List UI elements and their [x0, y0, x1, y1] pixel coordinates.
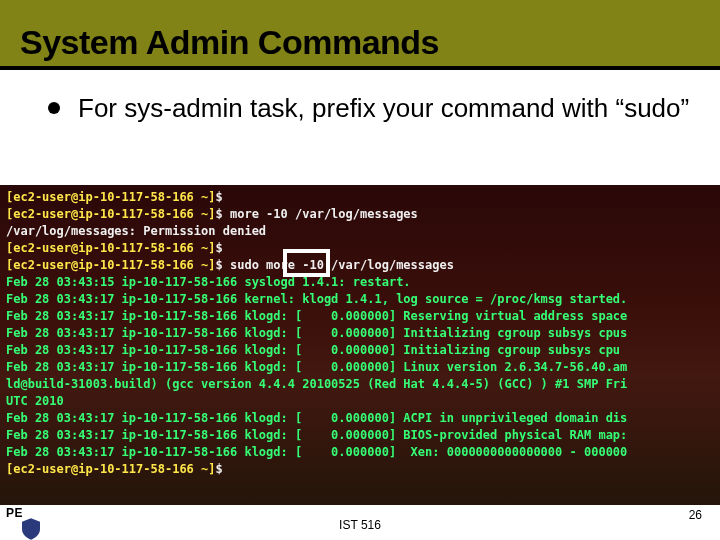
terminal-line: Feb 28 03:43:17 ip-10-117-58-166 klogd: …: [6, 410, 714, 427]
terminal-line: ld@build-31003.build) (gcc version 4.4.4…: [6, 376, 714, 393]
terminal-line: [ec2-user@ip-10-117-58-166 ~]$: [6, 240, 714, 257]
shield-icon: [22, 518, 40, 540]
terminal-line: Feb 28 03:43:17 ip-10-117-58-166 klogd: …: [6, 308, 714, 325]
terminal-line: Feb 28 03:43:17 ip-10-117-58-166 klogd: …: [6, 359, 714, 376]
slide-title: System Admin Commands: [20, 23, 439, 62]
terminal-line: Feb 28 03:43:15 ip-10-117-58-166 syslogd…: [6, 274, 714, 291]
terminal-line: Feb 28 03:43:17 ip-10-117-58-166 klogd: …: [6, 444, 714, 461]
terminal-line: Feb 28 03:43:17 ip-10-117-58-166 klogd: …: [6, 427, 714, 444]
terminal-line: Feb 28 03:43:17 ip-10-117-58-166 klogd: …: [6, 325, 714, 342]
terminal-line: [ec2-user@ip-10-117-58-166 ~]$: [6, 189, 714, 206]
terminal-screenshot: [ec2-user@ip-10-117-58-166 ~]$[ec2-user@…: [0, 185, 720, 505]
bullet-text: For sys-admin task, prefix your command …: [78, 92, 689, 125]
page-number: 26: [689, 508, 702, 522]
terminal-line: [ec2-user@ip-10-117-58-166 ~]$: [6, 461, 714, 478]
footer-brand: PE: [6, 506, 23, 520]
terminal-line: UTC 2010: [6, 393, 714, 410]
terminal-line: Feb 28 03:43:17 ip-10-117-58-166 kernel:…: [6, 291, 714, 308]
terminal-line: [ec2-user@ip-10-117-58-166 ~]$ sudo more…: [6, 257, 714, 274]
terminal-line: Feb 28 03:43:17 ip-10-117-58-166 klogd: …: [6, 342, 714, 359]
footer-course: IST 516: [339, 518, 381, 532]
bullet-area: For sys-admin task, prefix your command …: [0, 70, 720, 135]
bullet-icon: [48, 102, 60, 114]
terminal-line: [ec2-user@ip-10-117-58-166 ~]$ more -10 …: [6, 206, 714, 223]
title-bar: System Admin Commands: [0, 0, 720, 66]
terminal-line: /var/log/messages: Permission denied: [6, 223, 714, 240]
bullet-row: For sys-admin task, prefix your command …: [48, 92, 690, 125]
